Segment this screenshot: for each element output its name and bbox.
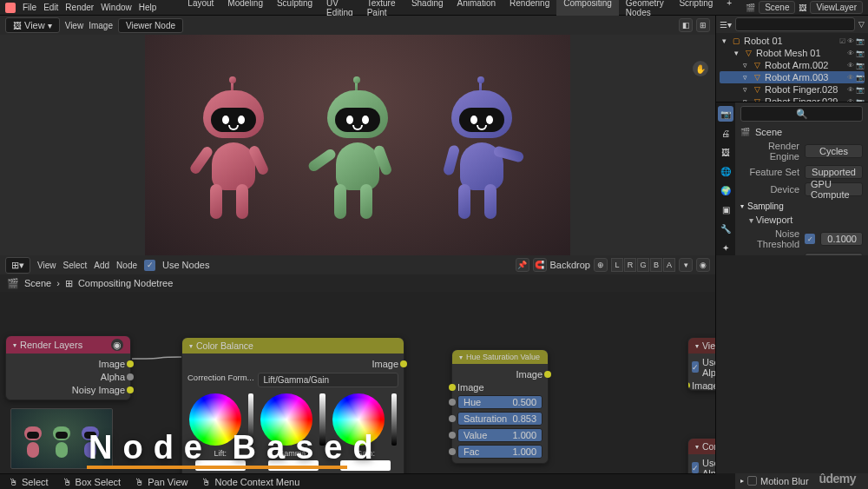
tree-row[interactable]: ▿▽Robot Arm.003👁 📷 <box>720 71 865 83</box>
channel-g[interactable]: G <box>637 258 649 272</box>
subsection-viewport[interactable]: ▾ Viewport <box>740 213 863 227</box>
node-hsv[interactable]: Hue Saturation Value Image Image Hue0.50… <box>451 349 549 464</box>
zoom-dropdown[interactable]: ▾ <box>679 258 693 272</box>
prop-tab-object[interactable]: ▣ <box>718 202 733 217</box>
blender-logo-icon[interactable] <box>5 3 16 13</box>
prop-tab-particles[interactable]: ✦ <box>718 240 733 255</box>
gamma-swatch[interactable] <box>268 460 319 471</box>
tree-expand-icon[interactable]: ▿ <box>740 73 749 82</box>
compositor-canvas[interactable]: Render Layers◉ Image Alpha Noisy Image C… <box>0 292 715 473</box>
channel-l[interactable]: L <box>611 258 623 272</box>
hue-field[interactable]: Hue0.500 <box>457 395 542 409</box>
prop-tab-scene[interactable]: 🌐 <box>718 163 733 179</box>
outliner-mode-icon[interactable]: ☰▾ <box>720 20 732 30</box>
viewer-alpha-checkbox[interactable]: ✓ <box>692 361 699 373</box>
menu-window[interactable]: Window <box>101 3 132 12</box>
gain-swatch[interactable] <box>340 460 391 471</box>
saturation-field[interactable]: Saturation0.853 <box>457 412 542 426</box>
image-viewport[interactable]: ✋ <box>0 35 715 255</box>
breadcrumb-tree[interactable]: Compositing Nodetree <box>78 278 173 288</box>
tree-row[interactable]: ▿▽Robot Finger.028👁 📷 <box>720 83 865 96</box>
menu-edit[interactable]: Edit <box>43 3 58 12</box>
socket-alpha-out[interactable]: Alpha <box>11 370 125 383</box>
tree-vis-icons[interactable]: ☑ 👁 📷 <box>839 37 865 45</box>
socket-image-out[interactable]: Image <box>11 357 125 370</box>
tree-expand-icon[interactable]: ▿ <box>740 85 749 94</box>
node-color-balance[interactable]: Color Balance Image Correction Form... L… <box>181 337 404 473</box>
hsv-fac-field[interactable]: Fac1.000 <box>457 445 542 459</box>
comp-menu-add[interactable]: Add <box>94 261 109 270</box>
menu-render[interactable]: Render <box>65 3 94 12</box>
node-header-composite[interactable]: Composite <box>688 439 715 454</box>
gain-slider[interactable] <box>391 393 397 446</box>
snap-icon[interactable]: 🧲 <box>533 258 547 272</box>
image-display-icon[interactable]: ◧ <box>679 18 693 32</box>
device-dropdown[interactable]: GPU Compute <box>805 182 863 196</box>
socket-cb-image-out[interactable]: Image <box>187 357 398 370</box>
outliner-filter-icon[interactable]: ▽ <box>858 20 865 29</box>
gain-color-wheel[interactable] <box>332 393 385 446</box>
prop-tab-output[interactable]: 🖨 <box>718 125 733 141</box>
image-menu-image[interactable]: Image <box>89 21 113 30</box>
overlay-icon[interactable]: ◉ <box>696 258 710 272</box>
socket-hsv-out[interactable]: Image <box>457 367 542 380</box>
menu-file[interactable]: File <box>23 3 36 12</box>
menu-help[interactable]: Help <box>139 3 157 12</box>
pin-icon[interactable]: 📌 <box>516 258 529 272</box>
tree-expand-icon[interactable]: ▾ <box>732 49 740 57</box>
node-preview-icon[interactable]: ◉ <box>111 339 123 351</box>
feature-set-dropdown[interactable]: Supported <box>805 165 863 179</box>
use-nodes-checkbox[interactable]: ✓ <box>144 260 155 271</box>
outliner-search-input[interactable] <box>735 17 855 31</box>
lift-swatch[interactable] <box>195 460 246 471</box>
comp-menu-select[interactable]: Select <box>63 261 88 270</box>
tree-vis-icons[interactable]: 👁 📷 <box>847 74 865 82</box>
node-header-hsv[interactable]: Hue Saturation Value <box>452 350 548 364</box>
node-composite[interactable]: Composite ✓ Use Alpha Image Alpha1 Z1 <box>687 438 715 473</box>
tree-vis-icons[interactable]: 👁 📷 <box>847 86 865 94</box>
node-viewer[interactable]: Viewer ✓ Use Alpha Image Alpha1 Z1 <box>687 337 715 391</box>
node-header-color-balance[interactable]: Color Balance <box>182 338 404 354</box>
vp-noise-value[interactable]: 0.1000 <box>820 232 863 246</box>
prop-tab-modifiers[interactable]: 🔧 <box>718 221 733 236</box>
lift-color-wheel[interactable] <box>189 393 241 446</box>
tree-row[interactable]: ▿▽Robot Arm.002👁 📷 <box>720 59 865 71</box>
value-field[interactable]: Value1.000 <box>457 428 542 442</box>
tree-vis-icons[interactable]: 👁 📷 <box>847 50 865 57</box>
viewlayer-name-field[interactable]: ViewLayer <box>810 1 863 14</box>
tree-row[interactable]: ▾▽Robot Mesh 01👁 📷 <box>720 47 865 59</box>
channel-r[interactable]: R <box>624 258 636 272</box>
pan-icon[interactable]: ✋ <box>693 61 708 76</box>
gamma-slider[interactable] <box>319 393 325 446</box>
lift-slider[interactable] <box>248 393 253 446</box>
image-slot-field[interactable]: Viewer Node <box>118 18 183 33</box>
compositor-type-dropdown[interactable]: ⊞▾ <box>5 257 30 274</box>
prop-tab-viewlayer[interactable]: 🖼 <box>718 144 733 160</box>
tree-vis-icons[interactable]: 👁 📷 <box>847 62 865 69</box>
comp-menu-node[interactable]: Node <box>116 261 137 270</box>
render-engine-dropdown[interactable]: Cycles <box>805 144 863 158</box>
prop-tab-render[interactable]: 📷 <box>718 106 733 122</box>
tree-row[interactable]: ▿▽Robot Finger.029👁 📷 <box>720 96 865 102</box>
properties-search[interactable]: 🔍 <box>740 106 863 122</box>
formula-dropdown[interactable]: Lift/Gamma/Gain <box>258 373 398 387</box>
tree-expand-icon[interactable]: ▿ <box>740 61 749 69</box>
node-header-viewer[interactable]: Viewer <box>688 338 715 354</box>
node-render-layers[interactable]: Render Layers◉ Image Alpha Noisy Image <box>5 335 131 400</box>
channel-b[interactable]: B <box>650 258 662 272</box>
breadcrumb-scene[interactable]: Scene <box>24 278 51 288</box>
outliner-tree[interactable]: ▾ ▢ Robot 01 ☑ 👁 📷 ▾▽Robot Mesh 01👁 📷▿▽R… <box>716 33 868 102</box>
tree-collection[interactable]: ▾ ▢ Robot 01 ☑ 👁 📷 <box>720 35 865 47</box>
socket-noisy-out[interactable]: Noisy Image <box>11 383 125 396</box>
backdrop-toggle[interactable]: ⊕ <box>594 258 608 272</box>
image-menu-view[interactable]: View <box>65 21 84 30</box>
image-scopes-icon[interactable]: ⊞ <box>696 18 710 32</box>
node-header-render-layers[interactable]: Render Layers◉ <box>6 336 130 354</box>
editor-type-dropdown[interactable]: 🖼 View ▾ <box>5 17 60 33</box>
vp-noise-checkbox[interactable]: ✓ <box>805 234 815 244</box>
scene-name-field[interactable]: Scene <box>759 1 795 14</box>
composite-alpha-checkbox[interactable]: ✓ <box>692 462 699 473</box>
channel-a[interactable]: A <box>663 258 675 272</box>
comp-menu-view[interactable]: View <box>37 261 56 270</box>
gamma-color-wheel[interactable] <box>260 393 312 446</box>
